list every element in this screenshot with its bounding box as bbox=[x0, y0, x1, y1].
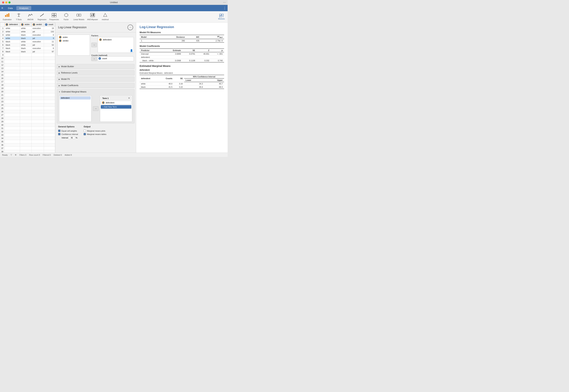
svg-point-9 bbox=[42, 14, 43, 15]
verdict-col-header[interactable]: 👤 verdict bbox=[31, 23, 44, 27]
add-counts-button[interactable]: → bbox=[91, 56, 97, 61]
analyses-tab[interactable]: Analyses bbox=[16, 6, 31, 10]
table-row-empty: 33 bbox=[0, 133, 55, 137]
defendent-col-header[interactable]: 👤 defendent bbox=[5, 23, 20, 27]
table-row[interactable]: 2 white white jail 132 bbox=[0, 30, 55, 33]
emm-black-se: 3.22 bbox=[174, 85, 184, 89]
emm-white-counts: 40.0 bbox=[159, 82, 174, 85]
emm-black-upper: 48.3 bbox=[204, 85, 224, 89]
mc-row-defendent-label: defendent: bbox=[140, 56, 224, 59]
analysis-run-button[interactable]: → bbox=[128, 25, 133, 30]
analysis-title: Log-Linear Regression bbox=[58, 26, 87, 29]
maximize-button[interactable] bbox=[8, 1, 11, 3]
marginal-means-header[interactable]: ▼ Estimated Marginal Means bbox=[57, 89, 134, 94]
model-coeff-table: Predictor Estimate SE Z p Intercept 3.68… bbox=[140, 48, 224, 62]
table-row[interactable]: 5 black white execution 11 bbox=[0, 40, 55, 43]
confidence-interval-checkbox[interactable]: ✓ bbox=[58, 133, 60, 135]
emm-white-upper: 46.7 bbox=[204, 82, 224, 85]
table-row-empty: 16 bbox=[0, 77, 55, 80]
toolbar-regression[interactable]: Regression bbox=[38, 13, 46, 21]
toolbar-anova[interactable]: ANOVA bbox=[26, 13, 35, 21]
defendent-factor-item[interactable]: 👤 defendent bbox=[99, 38, 133, 42]
marginal-means-body: defendent → Term 1 ✕ 👤 defendent bbox=[59, 96, 132, 122]
cell-verdict: jail bbox=[31, 50, 44, 53]
modules-area[interactable]: Modules bbox=[218, 14, 225, 20]
topnav-more[interactable]: ⋮ bbox=[223, 6, 226, 10]
marginal-defendent-item[interactable]: defendent bbox=[60, 96, 91, 99]
cell-victim: white bbox=[20, 43, 32, 47]
add-marginal-var-button[interactable]: → bbox=[93, 106, 99, 111]
table-row-empty: 12 bbox=[0, 63, 55, 67]
verdict-var-item[interactable]: 👤 verdict bbox=[58, 39, 89, 42]
reference-levels-header[interactable]: ▶ Reference Levels bbox=[57, 70, 134, 75]
term1-close-button[interactable]: ✕ bbox=[128, 97, 130, 99]
window-title: Untitled bbox=[110, 1, 118, 4]
eye-icon: 👁 bbox=[15, 154, 17, 156]
svg-rect-12 bbox=[54, 13, 56, 15]
status-added: Added 8 bbox=[65, 154, 72, 156]
marginal-vars-list: defendent bbox=[59, 96, 91, 122]
row-num: 8 bbox=[0, 50, 5, 53]
toolbar-exploration[interactable]: Exploration bbox=[3, 13, 12, 21]
output-title: Output bbox=[84, 126, 106, 128]
toolbar-linear-models[interactable]: Linear Models bbox=[73, 13, 85, 21]
table-row-empty: 18 bbox=[0, 83, 55, 87]
table-row[interactable]: 7 black black execution 6 bbox=[0, 47, 55, 50]
cell-victim: black bbox=[20, 33, 32, 37]
data-tab[interactable]: Data bbox=[5, 6, 15, 10]
victim-var-item[interactable]: 👤 victim bbox=[58, 35, 89, 39]
emm-defendent-title: defendent bbox=[140, 69, 224, 71]
toolbar-factor[interactable]: Factor bbox=[62, 13, 71, 21]
interval-value-input[interactable] bbox=[69, 136, 75, 139]
mc-intercept-p: < .001 bbox=[211, 52, 224, 56]
svg-rect-25 bbox=[219, 16, 221, 17]
equal-cell-weights-checkbox[interactable]: ✓ bbox=[58, 130, 60, 132]
toolbar-ttests[interactable]: T-Tests bbox=[15, 13, 23, 21]
close-button[interactable] bbox=[2, 1, 4, 3]
count-col-header[interactable]: # count bbox=[44, 23, 55, 27]
model-fit-header[interactable]: ▶ Model Fit bbox=[57, 77, 134, 81]
model-builder-header[interactable]: ▶ Model Builder bbox=[57, 64, 134, 69]
toolbar-anovapower[interactable]: ANOVApower bbox=[87, 13, 98, 21]
table-row-empty: 38 bbox=[0, 150, 55, 153]
table-row-empty: 10 bbox=[0, 57, 55, 60]
mc-col-predictor: Predictor bbox=[140, 49, 165, 52]
term1-defendent-item[interactable]: 👤 defendent bbox=[101, 101, 131, 105]
toolbar-medmod[interactable]: medmod bbox=[101, 13, 110, 21]
table-row-empty: 29 bbox=[0, 120, 55, 123]
mf-col-aic: AIC bbox=[186, 35, 201, 39]
mf-row-1: 1 396 435 2.79e−4 bbox=[140, 39, 224, 42]
table-row-empty: 15 bbox=[0, 73, 55, 77]
model-coefficients-header[interactable]: ▶ Model Coefficients bbox=[57, 83, 134, 88]
table-row-empty: 20 bbox=[0, 90, 55, 93]
table-row[interactable]: 1 white white execution 19 bbox=[0, 27, 55, 30]
table-row-empty: 9 bbox=[0, 53, 55, 57]
add-factor-button[interactable]: → bbox=[91, 43, 97, 47]
svg-rect-1 bbox=[7, 14, 8, 17]
equal-cell-weights-item: ✓ Equal cell weights bbox=[58, 130, 78, 132]
status-ready: Ready bbox=[2, 154, 8, 156]
anovapower-icon bbox=[90, 13, 95, 18]
table-row[interactable]: 3 white black execution 0 bbox=[0, 33, 55, 37]
toolbar-frequencies[interactable]: Frequencies bbox=[49, 13, 59, 21]
defendent-factor-icon: 👤 bbox=[99, 38, 102, 41]
cell-defendent: white bbox=[5, 33, 20, 37]
window-menu[interactable]: ⋯ bbox=[223, 1, 226, 4]
marginal-means-plots-checkbox[interactable] bbox=[84, 130, 86, 132]
cell-verdict: execution bbox=[31, 33, 44, 37]
add-new-term-button[interactable]: + Add New Term bbox=[101, 105, 131, 109]
marginal-means-tables-checkbox[interactable]: ✓ bbox=[84, 133, 86, 135]
status-deleted: Deleted 0 bbox=[54, 154, 62, 156]
hamburger-menu[interactable]: ≡ bbox=[1, 6, 3, 10]
table-row[interactable]: 6 black white jail 52 bbox=[0, 43, 55, 47]
emm-black-defendent: black bbox=[140, 85, 159, 89]
svg-marker-15 bbox=[64, 13, 68, 17]
table-row[interactable]: 4 white black jail 9 bbox=[0, 37, 55, 40]
table-row-empty: 26 bbox=[0, 110, 55, 113]
cell-verdict: jail bbox=[31, 30, 44, 33]
minimize-button[interactable] bbox=[5, 1, 7, 3]
count-item[interactable]: # count bbox=[99, 57, 133, 60]
model-fit-results-title: Model Fit Measures bbox=[140, 31, 224, 34]
victim-col-header[interactable]: 👤 victim bbox=[20, 23, 32, 27]
table-row[interactable]: 8 black black jail 97 bbox=[0, 50, 55, 53]
